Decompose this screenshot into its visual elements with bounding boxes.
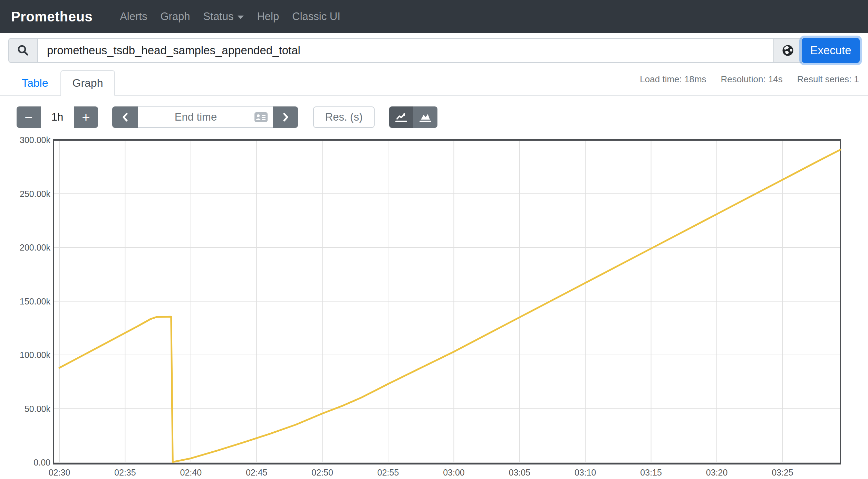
svg-text:250.00k: 250.00k [20, 189, 50, 199]
nav-item-graph[interactable]: Graph [154, 10, 196, 23]
nav-item-alerts[interactable]: Alerts [113, 10, 154, 23]
duration-decrease-button[interactable]: − [17, 106, 41, 128]
chart-line-icon [395, 112, 408, 123]
chart-area-icon [419, 112, 432, 123]
svg-text:0.00: 0.00 [33, 458, 50, 467]
nav-item-help[interactable]: Help [250, 10, 286, 23]
tabs-row: Table Graph Load time: 18ms Resolution: … [0, 71, 868, 96]
resolution-input[interactable] [313, 106, 375, 128]
svg-text:300.00k: 300.00k [20, 135, 50, 145]
query-stats: Load time: 18ms Resolution: 14s Result s… [625, 74, 859, 85]
dropdown-caret-icon [238, 16, 244, 19]
graph-controls: − + [17, 106, 868, 128]
graph-mode-toggle [389, 106, 437, 128]
execute-button[interactable]: Execute [802, 38, 860, 63]
globe-icon [781, 44, 795, 57]
svg-text:02:40: 02:40 [180, 468, 202, 477]
tab-graph[interactable]: Graph [60, 70, 115, 96]
duration-increase-button[interactable]: + [74, 106, 98, 128]
graph-canvas[interactable]: 0.0050.00k100.00k150.00k200.00k250.00k30… [0, 135, 868, 479]
svg-text:150.00k: 150.00k [20, 297, 50, 306]
svg-text:02:30: 02:30 [49, 468, 70, 477]
calendar-icon[interactable] [254, 112, 268, 122]
svg-text:100.00k: 100.00k [20, 350, 50, 360]
search-icon [17, 44, 30, 57]
duration-input[interactable] [41, 106, 74, 128]
duration-stepper: − + [17, 106, 98, 128]
nav-item-classic-ui[interactable]: Classic UI [286, 10, 347, 23]
brand-link[interactable]: Prometheus [11, 9, 93, 25]
time-navigation [112, 106, 298, 128]
line-mode-button[interactable] [389, 106, 413, 128]
end-time-field [138, 106, 273, 128]
time-prev-button[interactable] [112, 106, 138, 128]
svg-text:03:25: 03:25 [772, 468, 793, 477]
nav-links: Alerts Graph Status Help Classic UI [113, 10, 347, 23]
svg-text:02:35: 02:35 [114, 468, 136, 477]
end-time-input[interactable] [138, 106, 273, 128]
load-time-stat: Load time: 18ms [640, 74, 706, 85]
svg-text:03:05: 03:05 [509, 468, 531, 477]
chevron-right-icon [281, 111, 290, 123]
query-input[interactable] [38, 38, 773, 63]
graph-panel: 0.0050.00k100.00k150.00k200.00k250.00k30… [0, 135, 868, 479]
metrics-explorer-button[interactable] [773, 38, 802, 63]
svg-text:03:10: 03:10 [575, 468, 596, 477]
chevron-left-icon [121, 111, 130, 123]
tab-table[interactable]: Table [10, 70, 60, 96]
svg-text:02:45: 02:45 [246, 468, 268, 477]
svg-text:03:20: 03:20 [706, 468, 728, 477]
svg-text:200.00k: 200.00k [20, 243, 50, 252]
nav-item-status[interactable]: Status [197, 10, 251, 23]
svg-text:50.00k: 50.00k [25, 404, 51, 414]
result-series-stat: Result series: 1 [797, 74, 859, 85]
resolution-stat: Resolution: 14s [721, 74, 783, 85]
svg-text:03:15: 03:15 [640, 468, 662, 477]
time-next-button[interactable] [273, 106, 298, 128]
stacked-mode-button[interactable] [413, 106, 437, 128]
search-icon-box [8, 38, 38, 63]
navbar: Prometheus Alerts Graph Status Help Clas… [0, 0, 868, 33]
query-bar: Execute [8, 38, 860, 63]
svg-text:02:50: 02:50 [311, 468, 333, 477]
svg-text:02:55: 02:55 [377, 468, 399, 477]
svg-text:03:00: 03:00 [443, 468, 465, 477]
